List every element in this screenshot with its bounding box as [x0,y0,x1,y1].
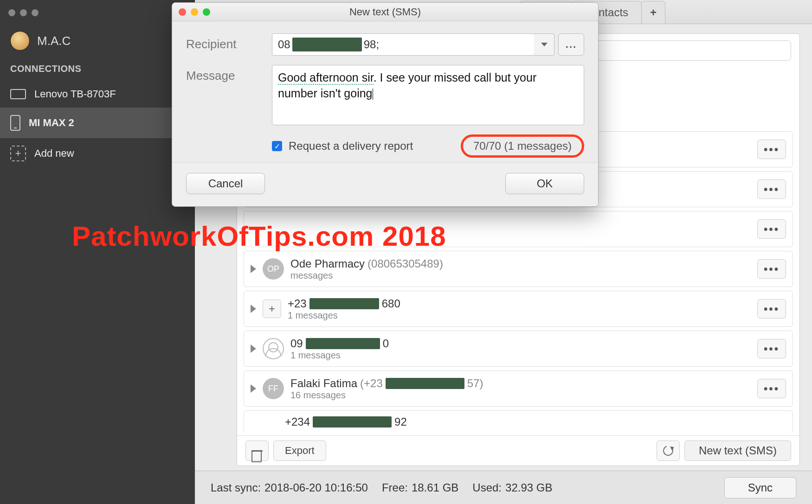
add-device-label: Add new [34,147,74,159]
dialog-body: Recipient 0898; ... Message Good afterno… [172,21,598,162]
avatar-initials: OP [263,258,284,280]
thread-sub: 1 messages [288,310,751,321]
thread-row[interactable]: 090 1 messages ••• [244,331,793,367]
avatar-placeholder-icon [263,338,284,359]
thread-name: Falaki Fatima [290,377,357,390]
profile-name: M.A.C [37,34,71,48]
delivery-report-checkbox[interactable]: ✓ [272,141,282,151]
thread-phone-prefix: +23 [288,297,307,310]
profile-row[interactable]: M.A.C [0,25,195,61]
sidebar: M.A.C CONNECTIONS Lenovo TB-8703F MI MAX… [0,0,195,504]
thread-row[interactable]: FF Falaki Fatima (+2357) 16 messages ••• [244,370,793,407]
recipient-input[interactable]: 0898; [272,33,535,56]
message-textarea[interactable]: Good afternoon sir. I see your missed ca… [272,65,584,125]
thread-sub: 1 messages [290,350,751,361]
ok-button[interactable]: OK [505,173,584,194]
new-text-button[interactable]: New text (SMS) [684,440,791,461]
refresh-icon [661,444,675,457]
redacted [313,416,392,427]
message-label: Message [186,65,272,83]
add-device-item[interactable]: + Add new [0,138,195,169]
export-button[interactable]: Export [273,440,326,461]
phone-icon [10,115,20,131]
thread-phone-suffix: 92 [394,415,407,428]
thread-name: Ode Pharmacy [290,257,365,270]
cancel-button[interactable]: Cancel [186,173,265,194]
last-sync-label: Last sync: [211,481,261,494]
thread-row[interactable]: ••• [244,211,793,247]
device-label: Lenovo TB-8703F [34,88,116,100]
thread-sub: 16 messages [290,390,751,401]
trash-icon [251,450,263,452]
avatar-icon [10,31,30,51]
recipient-label: Recipient [186,33,272,51]
delete-button[interactable] [245,440,269,461]
redacted [309,298,379,309]
dialog-actions: Cancel OK [172,162,598,206]
recipient-dropdown-button[interactable] [534,33,554,56]
phone-close: 57) [467,377,483,390]
minimize-icon[interactable] [20,9,27,16]
redacted [292,38,362,51]
used-value: 32.93 GB [505,481,552,494]
zoom-icon[interactable] [32,9,39,16]
thread-phone: (08065305489) [367,257,443,270]
used-label: Used: [472,481,502,494]
more-button[interactable]: ••• [757,379,786,398]
more-button[interactable]: ••• [757,299,786,319]
window-traffic-lights[interactable] [0,4,195,25]
thread-row[interactable]: OP Ode Pharmacy (08065305489) messages •… [244,251,793,287]
recipient-suffix: 98; [364,38,379,51]
close-icon[interactable] [179,8,186,16]
dialog-title: New text (SMS) [349,6,421,18]
free-value: 18.61 GB [412,481,458,494]
thread-phone-suffix: 0 [383,337,389,350]
message-text-1: Good afternoon sir [278,71,374,85]
char-counter: 70/70 (1 messages) [461,134,584,158]
zoom-icon[interactable] [203,8,210,16]
thread-phone-prefix: +234 [285,415,310,428]
connections-heading: CONNECTIONS [0,61,195,81]
sync-button[interactable]: Sync [724,477,796,498]
tab-add[interactable]: + [641,1,665,24]
plus-icon: + [10,146,26,161]
device-item-lenovo[interactable]: Lenovo TB-8703F [0,81,195,108]
chevron-right-icon[interactable] [251,345,256,353]
redacted [386,378,464,389]
more-button[interactable]: ••• [757,179,786,199]
dialog-titlebar[interactable]: New text (SMS) [172,3,598,21]
more-button[interactable]: ••• [757,339,786,358]
more-button[interactable]: ••• [757,219,786,239]
redacted [306,338,380,349]
device-item-mimax2[interactable]: MI MAX 2 [0,108,195,138]
thread-row[interactable]: +23492 [244,410,793,433]
delivery-report-label: Request a delivery report [289,140,413,153]
last-sync-value: 2018-06-20 10:16:50 [264,481,368,494]
free-label: Free: [382,481,408,494]
refresh-button[interactable] [657,440,680,461]
new-sms-dialog: New text (SMS) Recipient 0898; ... Messa… [172,2,599,207]
text-cursor [373,89,373,100]
tablet-icon [10,89,26,99]
options-row: ✓ Request a delivery report 70/70 (1 mes… [186,134,584,158]
more-button[interactable]: ••• [757,140,786,159]
chevron-right-icon[interactable] [251,384,256,393]
thread-sub: messages [290,270,751,281]
add-contact-button[interactable]: + [263,300,281,318]
thread-phone-prefix: 09 [290,337,303,350]
chevron-right-icon[interactable] [251,265,256,273]
recipient-prefix: 08 [278,38,290,51]
chevron-right-icon[interactable] [251,305,256,313]
device-label: MI MAX 2 [29,117,74,129]
phone-open: (+23 [360,377,383,390]
avatar-initials: FF [263,378,284,399]
close-icon[interactable] [8,9,15,16]
thread-phone-suffix: 680 [382,297,400,310]
status-bar: Last sync: 2018-06-20 10:16:50 Free: 18.… [195,471,812,504]
minimize-icon[interactable] [191,8,198,16]
browse-contacts-button[interactable]: ... [558,33,584,56]
more-button[interactable]: ••• [757,259,786,279]
threads-toolbar: Export New text (SMS) [237,435,799,466]
thread-row[interactable]: + +23680 1 messages ••• [244,291,793,327]
